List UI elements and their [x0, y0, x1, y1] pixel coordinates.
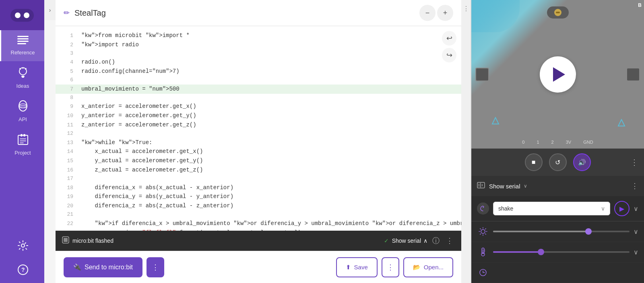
flash-info-button[interactable]: ⓘ [431, 234, 441, 247]
line-code-11: z_anterior = accelerometer.get_z() [81, 120, 196, 129]
sidebar-item-api-label: API [19, 116, 27, 122]
help-icon: ? [18, 264, 28, 277]
send-to-microbit-button[interactable]: 🔌 Send to micro:bit [64, 257, 142, 277]
temperature-slider-row: ∨ [471, 242, 644, 262]
sim-event-select[interactable]: shake ∨ [493, 202, 610, 215]
zoom-in-button[interactable]: + [437, 5, 453, 21]
sidebar-item-help[interactable]: ? [13, 259, 31, 283]
right-panel: B 0 1 2 3V GND [471, 0, 644, 283]
code-line-1: 1"kw">from microbit "kw">import * [56, 31, 461, 40]
edit-icon: ✏ [64, 8, 70, 17]
sim-event-icon [477, 202, 489, 215]
code-line-21: 21 [56, 211, 461, 219]
open-button[interactable]: 📂 Open... [403, 257, 453, 277]
sidebar-item-project-label: Project [14, 150, 31, 156]
extra-slider-row [471, 262, 644, 283]
code-line-23: 23 mensaje = "{},{},{}".format(x_actual,… [56, 228, 461, 231]
line-code-4: radio.on() [81, 58, 115, 66]
line-number-13: 13 [60, 139, 73, 147]
sim-event-row: shake ∨ ▶ ∨ [471, 196, 644, 221]
pin-0: 0 [522, 140, 524, 145]
line-number-7: 7 [60, 85, 73, 94]
send-icon: 🔌 [73, 263, 81, 271]
code-line-22: 22 "kw">if diferencia_x > umbral_movimie… [56, 219, 461, 228]
sidebar-item-settings[interactable] [13, 235, 31, 259]
event-chevron-icon: ∨ [601, 205, 605, 212]
line-code-15: y_actual = accelerometer.get_y() [81, 156, 203, 165]
logo-inner [556, 12, 560, 13]
line-code-20: diferencia_z = abs(z_actual - z_anterior… [81, 201, 233, 210]
show-serial-button[interactable]: Show serial ∧ [392, 238, 427, 244]
sidebar-item-api[interactable]: API [0, 95, 44, 128]
editor-header: ✏ StealTag − + [56, 0, 461, 26]
send-dots-button[interactable]: ⋮ [147, 257, 164, 277]
redo-button[interactable]: ↪ [442, 48, 456, 62]
line-code-16: z_actual = accelerometer.get_z() [81, 165, 203, 174]
save-dots-button[interactable]: ⋮ [382, 257, 399, 277]
temperature-slider-fill [493, 251, 541, 253]
svg-rect-14 [21, 134, 23, 136]
sidebar-item-ideas[interactable]: Ideas [0, 61, 44, 95]
sim-sound-button[interactable]: 🔊 [573, 153, 591, 171]
sim-right-button[interactable] [626, 68, 640, 81]
zoom-out-button[interactable]: − [419, 5, 436, 21]
svg-rect-15 [23, 134, 25, 136]
action-bar: 🔌 Send to micro:bit ⋮ ⬆ Save ⋮ 📂 Open... [56, 251, 461, 283]
code-line-19: 19 diferencia_y = abs(y_actual - y_anter… [56, 192, 461, 201]
sound-icon: 🔊 [578, 159, 586, 166]
editor-area: ✏ StealTag − + 1"kw">from microbit "kw">… [56, 0, 461, 283]
code-line-12: 12 [56, 130, 461, 138]
logo-dot-right [24, 12, 29, 18]
line-number-22: 22 [60, 220, 73, 228]
simulator-play-button[interactable] [540, 56, 576, 93]
svg-rect-0 [17, 36, 29, 37]
line-code-19: diferencia_y = abs(y_actual - y_anterior… [81, 192, 233, 201]
line-number-23: 23 [60, 229, 73, 231]
serial-title-group: Show serial ∨ [489, 183, 627, 190]
undo-button[interactable]: ↩ [442, 31, 456, 45]
svg-line-36 [485, 234, 486, 234]
send-label: Send to micro:bit [85, 264, 133, 271]
brightness-expand-button[interactable]: ∨ [634, 228, 638, 235]
code-line-16: 16 z_actual = accelerometer.get_z() [56, 165, 461, 175]
svg-line-35 [480, 229, 481, 229]
brightness-slider-thumb[interactable] [585, 228, 592, 235]
code-editor[interactable]: 1"kw">from microbit "kw">import *2"kw">i… [56, 26, 461, 231]
sim-ctrl-dots[interactable]: ⋮ [630, 157, 638, 167]
line-number-3: 3 [60, 50, 73, 58]
line-number-18: 18 [60, 184, 73, 192]
line-number-12: 12 [60, 130, 73, 138]
sim-corner-decoration [471, 0, 520, 32]
temperature-expand-button[interactable]: ∨ [634, 248, 638, 256]
code-line-8: 8 [56, 94, 461, 102]
sidebar-item-project[interactable]: Project [0, 128, 44, 161]
sidebar-bottom-section: ? [13, 235, 31, 283]
svg-marker-25 [618, 120, 625, 126]
collapse-left-btn[interactable]: › [44, 0, 56, 20]
sidebar-item-reference[interactable]: Reference [0, 30, 44, 61]
collapse-right-btn[interactable]: ⋮ [461, 0, 471, 283]
flash-dots-button[interactable]: ⋮ [444, 235, 455, 247]
line-number-20: 20 [60, 202, 73, 211]
event-play-icon: ▶ [619, 205, 624, 213]
code-line-11: 11z_anterior = accelerometer.get_z() [56, 120, 461, 130]
sim-event-play-button[interactable]: ▶ [614, 201, 630, 216]
open-label: Open... [424, 264, 444, 271]
save-button[interactable]: ⬆ Save [336, 257, 378, 277]
sim-event-expand-button[interactable]: ∨ [634, 205, 638, 213]
serial-dots-button[interactable]: ⋮ [631, 182, 638, 190]
code-line-2: 2"kw">import radio [56, 40, 461, 50]
sim-refresh-button[interactable]: ↺ [549, 153, 567, 171]
temperature-slider-track[interactable] [493, 251, 630, 253]
line-number-4: 4 [60, 58, 73, 67]
settings-icon [18, 240, 28, 253]
ideas-icon [18, 67, 28, 81]
code-line-20: 20 diferencia_z = abs(z_actual - z_anter… [56, 201, 461, 211]
brightness-slider-track[interactable] [493, 231, 630, 232]
temperature-slider-thumb[interactable] [538, 249, 544, 255]
sim-stop-button[interactable]: ■ [525, 153, 543, 171]
sim-left-button[interactable] [475, 68, 489, 81]
pin-3v: 3V [566, 140, 571, 145]
svg-point-41 [481, 253, 485, 256]
line-number-15: 15 [60, 157, 73, 165]
